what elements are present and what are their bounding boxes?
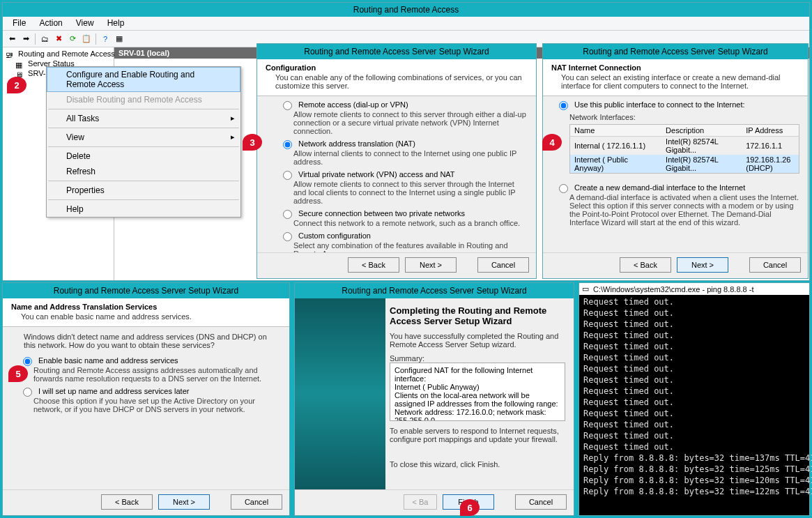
tree-root[interactable]: 🖳 Routing and Remote Access (3, 49, 114, 59)
show-hide-icon[interactable]: ▦ (113, 33, 125, 45)
wizard5-back-button[interactable]: < Back (101, 494, 153, 510)
menu-view[interactable]: View (70, 17, 100, 29)
wizard6-title: Routing and Remote Access Server Setup W… (295, 283, 574, 298)
wizard4-title: Routing and Remote Access Server Setup W… (543, 44, 808, 59)
step-badge-4: 4 (542, 134, 562, 151)
col-desc[interactable]: Description (661, 125, 742, 137)
menu-file[interactable]: File (7, 17, 31, 29)
menu-action[interactable]: Action (33, 17, 68, 29)
wizard-name-address: Routing and Remote Access Server Setup W… (2, 282, 290, 516)
col-name[interactable]: Name (570, 125, 662, 137)
wizard6-summary-box[interactable]: Configured NAT for the following Interne… (390, 363, 565, 421)
iface-row-internal[interactable]: Internal ( 172.16.1.1) Intel(R) 82574L G… (570, 137, 799, 155)
menu-properties[interactable]: Properties (47, 183, 240, 198)
opt-create-demand-dial[interactable] (559, 184, 568, 193)
wizard-configuration: Routing and Remote Access Server Setup W… (256, 43, 537, 279)
wizard5-subtext: You can enable basic name and address se… (11, 311, 281, 321)
step-badge-2: 2 (7, 77, 26, 93)
opt-custom[interactable] (283, 232, 292, 241)
opt-nat-label: Network address translation (NAT) (298, 139, 415, 148)
wizard4-cancel-button[interactable]: Cancel (749, 257, 801, 273)
wizard6-cancel-button[interactable]: Cancel (515, 494, 567, 510)
opt-use-public-iface-label: Use this public interface to connect to … (574, 100, 745, 109)
opt-secure-desc: Connect this network to a remote network… (293, 219, 529, 227)
opt-custom-label: Custom configuration (298, 231, 371, 240)
opt-secure[interactable] (283, 210, 292, 219)
opt-vpn-nat-desc: Allow remote clients to connect to this … (293, 180, 529, 205)
opt-enable-basic-desc: Routing and Remote Access assigns addres… (33, 366, 282, 383)
menu-configure-rras[interactable]: Configure and Enable Routing and Remote … (47, 67, 240, 92)
wizard3-title: Routing and Remote Access Server Setup W… (257, 44, 536, 59)
opt-create-demand-dial-label: Create a new demand-dial interface to th… (574, 183, 745, 192)
menu-help[interactable]: Help (102, 17, 130, 29)
forward-icon[interactable]: ➡ (20, 33, 32, 45)
cmd-titlebar: ▭ C:\Windows\system32\cmd.exe - ping 8.8… (579, 283, 809, 295)
wizard6-summary-label: Summary: (390, 354, 565, 363)
wizard5-detect-text: Windows didn't detect name and address s… (24, 333, 278, 349)
wizard5-title: Routing and Remote Access Server Setup W… (3, 283, 289, 298)
wizard6-done-text: You have successfully completed the Rout… (390, 332, 565, 349)
wizard6-heading: Completing the Routing and Remote Access… (390, 305, 565, 326)
opt-later[interactable] (23, 388, 32, 397)
step-badge-5: 5 (8, 365, 28, 382)
cmd-icon: ▭ (582, 284, 589, 294)
delete-icon[interactable]: ✖ (52, 33, 65, 45)
properties-icon[interactable]: 🗂 (38, 33, 51, 45)
opt-remote-access-desc: Allow remote clients to connect to this … (293, 110, 529, 135)
tree-root-label: Routing and Remote Access (18, 49, 115, 58)
back-icon[interactable]: ⬅ (6, 33, 18, 45)
menu-delete[interactable]: Delete (47, 148, 240, 164)
col-ip[interactable]: IP Address (742, 125, 799, 137)
interfaces-table[interactable]: Name Description IP Address Internal ( 1… (569, 124, 799, 174)
wizard3-subtext: You can enable any of the following comb… (266, 72, 528, 90)
console-icon: 🖳 (6, 51, 14, 58)
wizard4-heading: NAT Internet Connection (551, 63, 641, 72)
opt-nat-desc: Allow internal clients to connect to the… (293, 149, 529, 166)
step-badge-6: 6 (460, 499, 480, 516)
wizard3-heading: Configuration (266, 63, 316, 72)
opt-create-demand-dial-desc: A demand-dial interface is activated whe… (569, 193, 801, 227)
opt-vpn-nat[interactable] (283, 171, 292, 180)
opt-remote-access[interactable] (283, 101, 292, 110)
tree-server-label: SRV- (28, 69, 45, 77)
wizard4-subtext: You can select an existing interface or … (551, 72, 799, 90)
opt-enable-basic-label: Enable basic name and address services (38, 356, 178, 365)
wizard5-heading: Name and Address Translation Services (11, 303, 157, 311)
menu-help[interactable]: Help (47, 201, 240, 217)
menubar: File Action View Help (3, 17, 809, 31)
opt-use-public-iface[interactable] (559, 101, 568, 110)
opt-custom-desc: Select any combination of the features a… (293, 241, 529, 252)
menu-refresh[interactable]: Refresh (47, 164, 240, 179)
menu-all-tasks[interactable]: All Tasks (47, 111, 240, 126)
wizard5-next-button[interactable]: Next > (158, 494, 210, 510)
cmd-window: ▭ C:\Windows\system32\cmd.exe - ping 8.8… (579, 282, 810, 516)
wizard3-cancel-button[interactable]: Cancel (477, 257, 529, 273)
wizard-complete-graphic (295, 298, 385, 489)
iface-row-internet[interactable]: Internet ( Public Anyway) Intel(R) 82574… (570, 155, 799, 174)
wizard3-back-button[interactable]: < Back (348, 257, 399, 273)
wizard6-close-text: To close this wizard, click Finish. (390, 460, 565, 469)
refresh-icon[interactable]: ⟳ (66, 33, 79, 45)
status-icon: ▦ (15, 61, 24, 68)
opt-enable-basic[interactable] (23, 357, 32, 366)
opt-remote-access-label: Remote access (dial-up or VPN) (298, 100, 408, 109)
step-badge-3: 3 (243, 134, 262, 151)
wizard5-cancel-button[interactable]: Cancel (231, 494, 282, 510)
wizard4-next-button[interactable]: Next > (677, 257, 728, 273)
wizard4-back-button[interactable]: < Back (620, 257, 671, 273)
export-icon[interactable]: 📋 (80, 33, 93, 45)
wizard3-next-button[interactable]: Next > (405, 257, 457, 273)
opt-nat[interactable] (283, 140, 292, 149)
wizard6-note: To enable servers to respond to Internet… (390, 427, 565, 443)
menu-disable-rras: Disable Routing and Remote Access (47, 92, 240, 107)
opt-secure-label: Secure connection between two private ne… (298, 209, 465, 218)
wizard-nat-connection: Routing and Remote Access Server Setup W… (542, 43, 809, 279)
opt-later-desc: Choose this option if you have set up th… (33, 397, 282, 413)
wizard6-back-button: < Ba (404, 494, 437, 510)
iface-list-label: Network Interfaces: (569, 113, 801, 121)
opt-later-label: I will set up name and address services … (38, 387, 189, 395)
menu-view[interactable]: View (47, 130, 240, 145)
help-icon[interactable]: ? (99, 33, 112, 45)
opt-vpn-nat-label: Virtual private network (VPN) access and… (298, 170, 455, 178)
wizard-complete: Routing and Remote Access Server Setup W… (294, 282, 574, 516)
